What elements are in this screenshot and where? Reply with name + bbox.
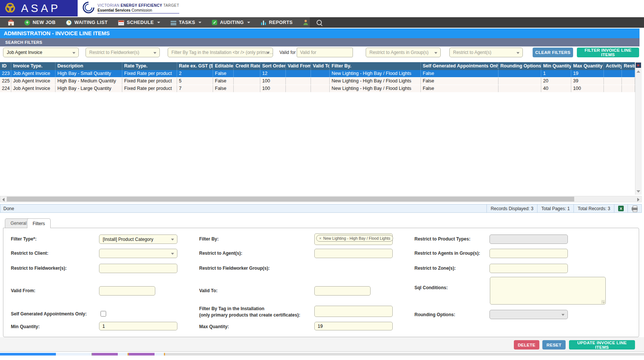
filter-by-label: Filter By: <box>199 236 219 242</box>
nav-item-label: WAITING LIST <box>74 20 108 25</box>
page-title: ADMINISTRATION - INVOICE LINE ITEMS <box>0 28 639 38</box>
audit-check-icon <box>212 20 217 25</box>
restrict-agents-groups-dropdown[interactable]: Restrict to Agents in Group(s) <box>366 48 441 57</box>
filters-panel: Filter Type*: [Install] Product Category… <box>3 228 639 337</box>
nav-item-new-job[interactable]: NEW JOB <box>19 17 61 28</box>
invoice-type-dropdown[interactable]: Job Agent Invoice <box>3 48 79 57</box>
column-header[interactable]: Invoice Type. <box>11 62 56 70</box>
column-header[interactable]: Description <box>56 62 122 70</box>
column-header[interactable]: Valid From <box>286 62 311 70</box>
nav-item-waiting-list[interactable]: WAITING LIST <box>61 17 113 28</box>
restrict-client-dropdown[interactable] <box>99 249 177 258</box>
hscroll-thumb[interactable] <box>7 197 574 202</box>
grid-row[interactable]: 224Job Agent InvoiceHigh Bay - Large Qua… <box>0 85 635 93</box>
grid-row[interactable]: 225Job Agent InvoiceHigh Bay - Medium Qu… <box>0 78 635 85</box>
veet-line1-tail: TARGET <box>163 3 179 7</box>
filter-invoice-line-items-button[interactable]: FILTER INVOICE LINE ITEMS <box>577 48 639 57</box>
grid-vertical-scrollbar[interactable] <box>635 62 642 195</box>
column-header[interactable]: Rate Type. <box>122 62 177 70</box>
valid-from-label: Valid From: <box>11 288 35 294</box>
grid-horizontal-scrollbar[interactable] <box>0 196 642 202</box>
filter-type-dropdown[interactable]: [Install] Product Category <box>99 235 177 244</box>
column-header[interactable]: Restri <box>622 62 635 70</box>
delete-button[interactable]: DELETE <box>514 340 539 350</box>
clear-filters-button[interactable]: CLEAR FILTERS <box>533 48 573 57</box>
column-header[interactable]: Rate ex. GST ($) <box>177 62 213 70</box>
valid-from-field[interactable] <box>99 286 155 296</box>
strip-segment <box>129 353 155 356</box>
column-header[interactable]: Sort Order <box>260 62 286 70</box>
filter-by-tag-dropdown[interactable]: Filter By Tag in the Installation <br />… <box>168 48 273 57</box>
reset-button[interactable]: RESET <box>542 340 566 350</box>
main-nav: NEW JOBWAITING LISTSCHEDULETASKSAUDITING… <box>0 17 644 28</box>
scroll-down-icon[interactable] <box>636 190 640 193</box>
tab-filters[interactable]: Filters <box>27 218 51 228</box>
global-search[interactable] <box>310 17 644 28</box>
grid-cell: 100 <box>571 85 604 92</box>
restrict-fieldworkers-dropdown[interactable]: Restrict to Fieldworker(s) <box>86 48 160 57</box>
nav-item-home[interactable] <box>3 17 19 28</box>
column-header[interactable]: Self Generated Appointments Only <box>421 62 498 70</box>
chevron-down-icon <box>198 22 201 23</box>
footer-actions: DELETE RESET UPDATE INVOICE LINE ITEMS <box>0 337 644 352</box>
scroll-up-icon[interactable] <box>636 70 640 73</box>
invoice-type-value: Job Agent Invoice <box>7 50 42 55</box>
column-header[interactable]: Editable <box>213 62 234 70</box>
restrict-agents-field[interactable] <box>314 249 393 258</box>
scroll-left-icon[interactable] <box>2 198 5 202</box>
max-quantity-field[interactable] <box>314 322 393 330</box>
restrict-zones-field[interactable] <box>489 264 568 273</box>
nav-item-schedule[interactable]: SCHEDULE <box>113 17 165 28</box>
textarea-resize-handle[interactable] <box>601 300 605 303</box>
asap-knot-icon <box>4 1 17 15</box>
grid-options-icon[interactable] <box>636 63 641 68</box>
column-header[interactable]: Rounding Options. <box>498 62 541 70</box>
search-icon <box>317 20 322 25</box>
column-header[interactable]: Max Quantity <box>571 62 604 70</box>
filter-by-tag-chip[interactable]: × New Lighting - High Bay / Flood Lights <box>316 235 393 242</box>
filter-by-tag-field[interactable] <box>314 306 393 317</box>
column-header[interactable]: Activity <box>604 62 622 70</box>
column-header[interactable]: ID <box>0 62 11 70</box>
grid-cell <box>311 85 330 92</box>
export-excel-button[interactable] <box>614 205 627 212</box>
nav-item-auditing[interactable]: AUDITING <box>207 17 255 28</box>
grid-cell <box>234 70 260 77</box>
grid-cell <box>234 85 260 92</box>
restrict-zones-label: Restrict to Zone(s): <box>414 266 456 271</box>
min-quantity-label: Min Quantity: <box>11 324 40 330</box>
min-quantity-field[interactable] <box>99 322 177 330</box>
nav-item-tasks[interactable]: TASKS <box>165 17 207 28</box>
grid-cell: 2 <box>177 70 213 77</box>
grid-cell <box>498 70 541 77</box>
bottom-strip <box>0 353 644 356</box>
app-name: ASAP <box>21 2 60 15</box>
restrict-product-types-label: Restrict to Product Types: <box>414 236 470 242</box>
grid-row[interactable]: 223Job Agent InvoiceHigh Bay - Small Qua… <box>0 70 635 78</box>
valid-for-input[interactable] <box>297 48 353 57</box>
column-header[interactable]: Credit Rate <box>234 62 260 70</box>
filter-by-field[interactable]: × New Lighting - High Bay / Flood Lights <box>314 233 393 245</box>
column-header[interactable]: Valid To <box>311 62 330 70</box>
column-header[interactable]: Filter By. <box>330 62 421 70</box>
chevron-down-icon <box>247 22 250 23</box>
sql-conditions-textarea[interactable] <box>490 277 606 305</box>
filter-type-value: [Install] Product Category <box>103 237 153 242</box>
valid-to-field[interactable] <box>314 286 371 296</box>
scroll-right-icon[interactable] <box>637 198 639 202</box>
nav-item-reports[interactable]: REPORTS <box>255 17 298 28</box>
update-invoice-line-items-button[interactable]: UPDATE INVOICE LINE ITEMS <box>569 340 635 350</box>
restrict-agents-dropdown[interactable]: Restrict to Agent(s) <box>449 48 523 57</box>
grid-cell: Fixed Rate per product <box>122 70 177 77</box>
remove-tag-icon[interactable]: × <box>319 236 321 240</box>
grid-cell: 100 <box>260 78 286 85</box>
self-generated-label: Self Generated Appointments Only: <box>11 311 87 317</box>
veet-line2-rest: Commission <box>132 8 152 12</box>
restrict-agents-groups-field[interactable] <box>489 249 568 258</box>
column-header[interactable]: Min Quantity <box>541 62 571 70</box>
self-generated-checkbox[interactable] <box>101 311 106 317</box>
strip-segment <box>92 353 118 356</box>
grid-cell <box>311 70 330 77</box>
print-button[interactable] <box>627 205 641 212</box>
restrict-fieldworkers-field[interactable] <box>99 264 177 273</box>
